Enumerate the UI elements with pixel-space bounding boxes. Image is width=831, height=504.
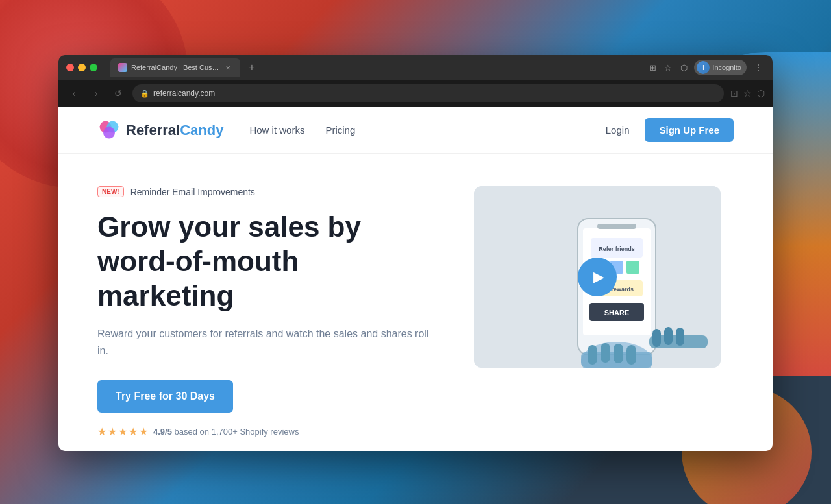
hero-video-thumbnail[interactable]: Refer friends Get rewards SHARE — [474, 186, 721, 368]
badge-description: Reminder Email Improvements — [130, 187, 255, 197]
svg-rect-23 — [652, 329, 661, 347]
svg-rect-24 — [664, 327, 673, 345]
close-window-button[interactable] — [66, 64, 74, 71]
browser-forward-button[interactable]: › — [88, 86, 104, 101]
video-play-button[interactable]: ▶ — [578, 258, 617, 296]
svg-rect-25 — [676, 328, 684, 346]
cast-media-icon[interactable]: ⊡ — [730, 88, 738, 99]
tab-title-text: ReferralCandy | Best Custome... — [131, 64, 219, 71]
new-tab-button[interactable]: + — [243, 58, 261, 77]
profile-avatar: I — [697, 61, 710, 74]
browser-back-button[interactable]: ‹ — [66, 86, 82, 101]
browser-addressbar: ‹ › ↺ 🔒 referralcandy.com ⊡ ☆ ⬡ — [58, 80, 773, 107]
login-button[interactable]: Login — [606, 125, 630, 136]
svg-rect-11 — [626, 261, 639, 274]
hero-title: Grow your sales by word-of-mouth marketi… — [97, 210, 435, 313]
browser-titlebar: ReferralCandy | Best Custome... ✕ + ⊞ ☆ … — [58, 55, 773, 80]
cast-icon: ⊞ — [647, 62, 658, 73]
svg-text:SHARE: SHARE — [604, 309, 630, 317]
svg-rect-6 — [597, 224, 636, 229]
hero-subtitle: Reward your customers for referrals and … — [97, 326, 435, 359]
nav-links: How it works Pricing — [249, 125, 605, 136]
browser-window: ReferralCandy | Best Custome... ✕ + ⊞ ☆ … — [58, 55, 773, 451]
rating-text: 4.9/5 based on 1,700+ Shopify reviews — [153, 427, 299, 437]
hero-section: NEW! Reminder Email Improvements Grow yo… — [58, 154, 773, 451]
new-badge: NEW! — [97, 186, 124, 197]
logo-icon — [97, 119, 121, 142]
star-rating: ★ ★ ★ ★ ★ — [97, 426, 148, 438]
play-icon: ▶ — [593, 269, 604, 285]
titlebar-right-controls: ⊞ ☆ ⬡ I Incognito ⋮ — [647, 60, 765, 75]
svg-rect-20 — [614, 344, 623, 363]
star-1: ★ — [97, 426, 106, 438]
star-5: ★ — [139, 426, 148, 438]
browser-menu-button[interactable]: ⋮ — [752, 61, 765, 74]
signup-button[interactable]: Sign Up Free — [645, 118, 734, 142]
nav-actions: Login Sign Up Free — [606, 118, 734, 142]
addressbar-right-icons: ⊡ ☆ ⬡ — [730, 88, 765, 99]
nav-how-it-works[interactable]: How it works — [249, 125, 304, 136]
site-navbar: ReferralCandy How it works Pricing Login… — [58, 107, 773, 154]
traffic-lights — [66, 64, 97, 71]
bookmark-star-icon[interactable]: ☆ — [743, 88, 752, 99]
star-4: ★ — [129, 426, 138, 438]
address-field[interactable]: 🔒 referralcandy.com — [132, 84, 724, 102]
cta-try-free-button[interactable]: Try Free for 30 Days — [97, 380, 233, 413]
svg-rect-21 — [626, 345, 636, 365]
svg-point-2 — [103, 126, 115, 138]
extension-puzzle-icon[interactable]: ⬡ — [757, 88, 765, 99]
star-3: ★ — [118, 426, 127, 438]
site-logo[interactable]: ReferralCandy — [97, 119, 223, 142]
website-content: ReferralCandy How it works Pricing Login… — [58, 107, 773, 451]
rating-row: ★ ★ ★ ★ ★ 4.9/5 based on 1,700+ Shopify … — [97, 426, 435, 438]
badge-row: NEW! Reminder Email Improvements — [97, 186, 435, 197]
tab-close-button[interactable]: ✕ — [223, 63, 232, 72]
browser-refresh-button[interactable]: ↺ — [110, 86, 126, 101]
extension-icon[interactable]: ⬡ — [678, 62, 689, 73]
tab-favicon-icon — [118, 63, 127, 72]
svg-text:Refer friends: Refer friends — [599, 246, 635, 252]
maximize-window-button[interactable] — [90, 64, 97, 71]
nav-pricing[interactable]: Pricing — [325, 125, 355, 136]
star-2: ★ — [108, 426, 117, 438]
address-text: referralcandy.com — [153, 89, 215, 98]
logo-text: ReferralCandy — [126, 122, 223, 139]
lock-icon: 🔒 — [140, 90, 149, 98]
svg-rect-19 — [601, 343, 610, 363]
tab-bar: ReferralCandy | Best Custome... ✕ + — [110, 58, 642, 77]
browser-tab[interactable]: ReferralCandy | Best Custome... ✕ — [110, 58, 240, 77]
minimize-window-button[interactable] — [78, 64, 86, 71]
bookmark-icon[interactable]: ☆ — [663, 62, 673, 73]
profile-name-text: Incognito — [712, 64, 741, 71]
profile-button[interactable]: I Incognito — [694, 60, 747, 75]
svg-rect-18 — [588, 345, 597, 365]
hero-content-left: NEW! Reminder Email Improvements Grow yo… — [97, 186, 435, 438]
